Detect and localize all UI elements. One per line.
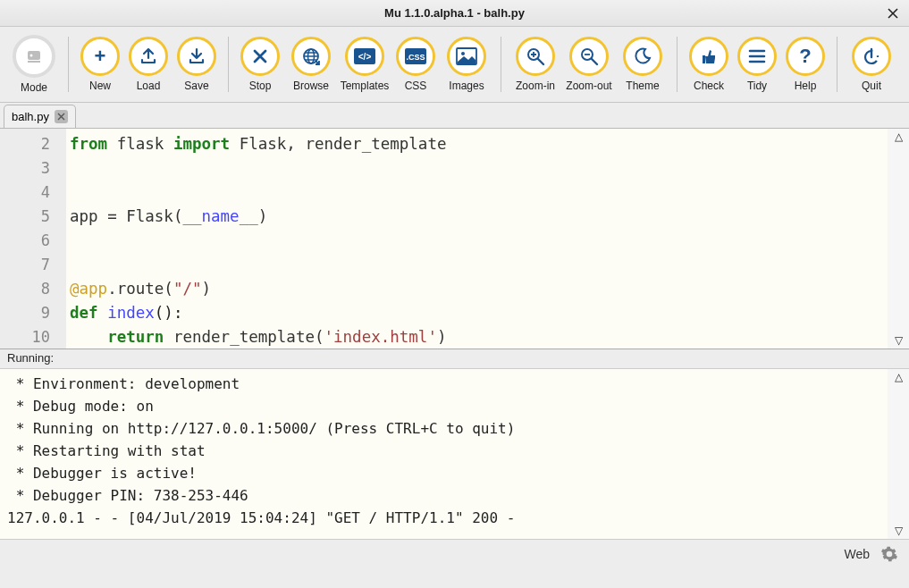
code-icon: </> (353, 47, 376, 65)
tab-balh[interactable]: balh.py (4, 105, 76, 128)
console-line: 127.0.0.1 - - [04/Jul/2019 15:04:24] "GE… (7, 507, 880, 529)
window-close-button[interactable] (884, 4, 902, 22)
tab-label: balh.py (12, 110, 49, 123)
toolbar-separator (677, 37, 678, 92)
menu-icon (748, 49, 766, 63)
editor-scrollbar[interactable]: △ ▽ (888, 129, 909, 349)
toolbar-separator (501, 37, 501, 92)
check-label: Check (694, 80, 724, 92)
code-token: @app (70, 280, 107, 298)
scroll-down-icon[interactable]: ▽ (895, 525, 903, 537)
code-token: __name__ (182, 207, 257, 225)
console-line: * Running on http://127.0.0.1:5000/ (Pre… (7, 417, 880, 440)
quit-label: Quit (862, 80, 881, 92)
code-editor[interactable]: 2 3 4 5 6 7 8 9 10 from flask import Fla… (0, 128, 909, 349)
upload-icon (139, 46, 158, 66)
code-token: .route( (107, 280, 173, 298)
zoom-in-label: Zoom-in (516, 80, 555, 92)
line-number: 9 (4, 301, 50, 325)
svg-point-10 (461, 52, 465, 55)
line-number: 8 (4, 277, 50, 301)
load-button[interactable]: Load (124, 29, 173, 100)
theme-button[interactable]: Theme (616, 29, 669, 100)
download-icon (187, 46, 206, 66)
tidy-button[interactable]: Tidy (733, 29, 781, 100)
code-token: render_template( (164, 328, 324, 346)
toolbar-separator (228, 37, 229, 92)
help-label: Help (795, 80, 817, 92)
svg-text:.CSS: .CSS (406, 53, 425, 62)
tidy-label: Tidy (747, 80, 767, 92)
console-line: * Debug mode: on (7, 395, 880, 417)
tab-bar: balh.py (0, 103, 909, 128)
console-line: * Debugger is active! (7, 462, 880, 484)
code-token: "/" (173, 280, 202, 298)
globe-icon (300, 46, 322, 67)
code-token: import (173, 135, 230, 153)
line-number: 6 (4, 229, 50, 253)
templates-button[interactable]: </> Templates (338, 29, 391, 100)
svg-rect-2 (28, 61, 40, 63)
code-token (70, 328, 107, 346)
code-token: app = Flask( (70, 207, 182, 225)
save-button[interactable]: Save (173, 29, 221, 100)
svg-rect-0 (28, 51, 40, 60)
line-gutter: 2 3 4 5 6 7 8 9 10 (0, 129, 66, 349)
close-icon (57, 113, 65, 121)
browse-button[interactable]: Browse (284, 29, 338, 100)
code-token: from (70, 135, 107, 153)
status-bar: Web (0, 539, 909, 567)
images-button[interactable]: Images (440, 29, 493, 100)
close-icon (888, 8, 898, 19)
question-icon: ? (799, 45, 811, 68)
console-line: * Debugger PIN: 738-253-446 (7, 484, 880, 507)
gear-icon[interactable] (880, 545, 898, 563)
svg-text:</>: </> (358, 52, 372, 62)
toolbar: Mode + New Load Save Stop Browse </> Tem… (0, 27, 909, 103)
code-token: index (98, 304, 155, 322)
mode-button[interactable]: Mode (7, 29, 61, 100)
svg-point-1 (30, 55, 33, 57)
moon-icon (633, 46, 652, 66)
check-button[interactable]: Check (685, 29, 733, 100)
quit-button[interactable]: Quit (845, 29, 898, 100)
zoom-out-label: Zoom-out (566, 80, 611, 92)
scroll-up-icon[interactable]: △ (895, 371, 903, 383)
stop-button[interactable]: Stop (236, 29, 284, 100)
code-token: def (70, 304, 98, 322)
tab-close-button[interactable] (55, 110, 68, 123)
line-number: 10 (4, 325, 50, 349)
line-number: 5 (4, 205, 50, 229)
console-line: * Environment: development (7, 373, 880, 395)
code-token: Flask, render_template (230, 135, 446, 153)
toolbar-separator (837, 37, 837, 92)
load-label: Load (137, 80, 161, 92)
zoom-out-button[interactable]: Zoom-out (562, 29, 616, 100)
new-button[interactable]: + New (76, 29, 124, 100)
toolbar-separator (68, 37, 69, 92)
stop-icon (251, 47, 269, 65)
templates-label: Templates (341, 80, 390, 92)
console-panel: * Environment: development * Debug mode:… (0, 369, 909, 539)
scroll-up-icon[interactable]: △ (895, 130, 903, 143)
help-button[interactable]: ? Help (781, 29, 829, 100)
console-line: * Restarting with stat (7, 440, 880, 462)
code-token: ) (437, 328, 447, 346)
stop-label: Stop (249, 80, 272, 92)
css-button[interactable]: .CSS CSS (391, 29, 440, 100)
console-output[interactable]: * Environment: development * Debug mode:… (0, 369, 888, 539)
line-number: 2 (4, 132, 50, 156)
title-bar: Mu 1.1.0.alpha.1 - balh.py (0, 0, 909, 27)
image-icon (456, 47, 477, 65)
images-label: Images (449, 80, 484, 92)
plus-icon: + (95, 45, 106, 68)
console-scrollbar[interactable]: △ ▽ (888, 369, 909, 539)
zoom-in-icon (526, 46, 545, 66)
line-number: 3 (4, 156, 50, 181)
line-number: 4 (4, 181, 50, 205)
zoom-in-button[interactable]: Zoom-in (509, 29, 562, 100)
save-label: Save (184, 80, 208, 92)
scroll-down-icon[interactable]: ▽ (895, 334, 903, 347)
code-token: flask (107, 135, 173, 153)
code-content[interactable]: from flask import Flask, render_template… (66, 129, 888, 349)
